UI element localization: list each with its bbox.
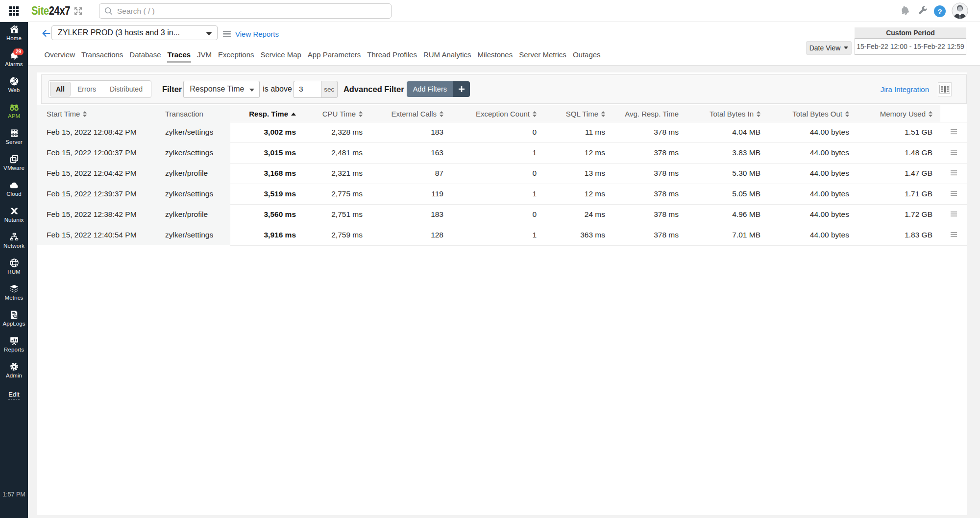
sidebar-item-home[interactable]: Home: [0, 22, 28, 48]
cell-cpu-time: 2,481 ms: [304, 142, 370, 163]
tab-exceptions[interactable]: Exceptions: [215, 47, 257, 63]
table-row[interactable]: Feb 15, 2022 12:00:37 PM zylker/settings…: [37, 142, 967, 163]
sidebar-item-alarms[interactable]: Alarms 29: [0, 48, 28, 74]
row-menu-icon[interactable]: [951, 150, 957, 155]
filter-metric-value: Response Time: [190, 85, 244, 94]
table-row[interactable]: Feb 15, 2022 12:38:42 PM zylker/profile …: [37, 204, 967, 225]
add-filters-button-label: Add Filters: [407, 81, 453, 97]
segment-all[interactable]: All: [50, 82, 71, 96]
cell-avg-resp-time: 378 ms: [613, 163, 686, 184]
notification-bell-icon[interactable]: [900, 5, 910, 16]
sidebar-item-nutanix[interactable]: Nutanix: [0, 204, 28, 230]
apps-grid-icon[interactable]: [9, 6, 19, 16]
sidebar-item-server[interactable]: Server: [0, 126, 28, 152]
reports-board-icon: [9, 335, 19, 346]
sidebar-item-applogs[interactable]: AppLogs: [0, 307, 28, 333]
table-row[interactable]: Feb 15, 2022 12:40:54 PM zylker/settings…: [37, 225, 967, 245]
cell-row-actions[interactable]: [940, 184, 967, 204]
column-selector-icon[interactable]: [938, 82, 952, 96]
date-view-button[interactable]: Date View: [806, 41, 852, 55]
sidebar-item-apm[interactable]: APM: [0, 100, 28, 126]
cell-row-actions[interactable]: [940, 142, 967, 163]
row-menu-icon[interactable]: [951, 212, 957, 217]
column-header-memory-used[interactable]: Memory Used: [857, 105, 940, 122]
tab-server-metrics[interactable]: Server Metrics: [516, 47, 570, 63]
cell-memory-used: 1.72 GB: [857, 204, 940, 225]
sort-icon: [440, 111, 443, 117]
cell-sql-time: 12 ms: [544, 142, 613, 163]
threshold-input[interactable]: [294, 81, 321, 98]
column-header-exception-count[interactable]: Exception Count: [451, 105, 544, 122]
row-menu-icon[interactable]: [951, 232, 957, 237]
sidebar-item-label: Alarms: [5, 61, 23, 67]
column-header-sql-time[interactable]: SQL Time: [544, 105, 613, 122]
back-arrow-icon[interactable]: [42, 29, 50, 38]
expand-icon[interactable]: [74, 7, 82, 15]
row-menu-icon[interactable]: [951, 129, 957, 135]
tab-database[interactable]: Database: [126, 47, 164, 63]
filter-metric-dropdown[interactable]: Response Time: [183, 81, 260, 98]
site24x7-logo[interactable]: Site24x7: [31, 4, 70, 18]
tab-app-parameters[interactable]: App Parameters: [304, 47, 364, 63]
sidebar-edit-button[interactable]: Edit: [0, 390, 28, 399]
date-range-input[interactable]: 15-Feb-22 12:00 - 15-Feb-22 12:59: [855, 38, 966, 55]
sidebar-item-network[interactable]: Network: [0, 230, 28, 256]
cloud-icon: [9, 180, 19, 190]
tab-jvm[interactable]: JVM: [194, 47, 215, 63]
column-header-resp-time[interactable]: Resp. Time: [230, 105, 304, 122]
jira-integration-link[interactable]: Jira Integration: [881, 85, 929, 94]
tab-traces[interactable]: Traces: [164, 47, 194, 63]
sidebar-item-admin[interactable]: Admin: [0, 359, 28, 385]
sidebar-item-vmware[interactable]: VMware: [0, 152, 28, 178]
wrench-icon[interactable]: [917, 5, 928, 16]
sidebar-item-metrics[interactable]: Metrics: [0, 282, 28, 307]
server-stack-icon: [9, 128, 19, 138]
cell-exception-count: 1: [451, 184, 544, 204]
add-filters-button[interactable]: Add Filters: [407, 81, 470, 97]
sidebar-item-reports[interactable]: Reports: [0, 333, 28, 359]
cell-resp-time: 3,519 ms: [230, 184, 304, 204]
tab-transactions[interactable]: Transactions: [78, 47, 126, 63]
cell-total-bytes-out: 44.00 bytes: [768, 225, 857, 245]
column-header-total-bytes-in[interactable]: Total Bytes In: [686, 105, 768, 122]
home-icon: [9, 24, 19, 34]
web-globe-icon: [9, 76, 19, 86]
cell-row-actions[interactable]: [940, 204, 967, 225]
tab-thread-profiles[interactable]: Thread Profiles: [364, 47, 420, 63]
global-search[interactable]: [99, 3, 392, 19]
cell-row-actions[interactable]: [940, 225, 967, 245]
tab-rum-analytics[interactable]: RUM Analytics: [420, 47, 474, 63]
cell-row-actions[interactable]: [940, 163, 967, 184]
table-row[interactable]: Feb 15, 2022 12:39:37 PM zylker/settings…: [37, 184, 967, 204]
nutanix-x-icon: [9, 206, 19, 216]
column-header-start-time[interactable]: Start Time: [37, 105, 164, 122]
help-icon[interactable]: ?: [934, 5, 946, 17]
gear-icon: [9, 361, 19, 372]
cell-total-bytes-in: 4.96 MB: [686, 204, 768, 225]
row-menu-icon[interactable]: [951, 170, 957, 176]
column-header-cpu-time[interactable]: CPU Time: [304, 105, 370, 122]
segment-errors[interactable]: Errors: [71, 82, 103, 96]
row-menu-icon[interactable]: [951, 191, 957, 196]
sidebar-item-label: AppLogs: [2, 321, 25, 327]
tab-service-map[interactable]: Service Map: [257, 47, 304, 63]
sidebar-item-cloud[interactable]: Cloud: [0, 178, 28, 204]
sidebar-item-rum[interactable]: RUM: [0, 256, 28, 282]
sidebar-clock: 1:57 PM: [0, 491, 28, 498]
cell-sql-time: 11 ms: [544, 122, 613, 142]
cell-start-time: Feb 15, 2022 12:38:42 PM: [37, 204, 164, 225]
tab-overview[interactable]: Overview: [41, 47, 78, 63]
sidebar-item-web[interactable]: Web: [0, 74, 28, 100]
segment-distributed[interactable]: Distributed: [103, 82, 149, 96]
monitor-dropdown[interactable]: ZYLKER PROD (3 hosts and 3 in...: [51, 25, 218, 40]
search-input[interactable]: [117, 7, 386, 16]
user-avatar[interactable]: [952, 2, 968, 19]
column-header-external-calls[interactable]: External Calls: [370, 105, 451, 122]
view-reports-link[interactable]: View Reports: [223, 30, 279, 38]
tab-milestones[interactable]: Milestones: [474, 47, 516, 63]
column-header-total-bytes-out[interactable]: Total Bytes Out: [768, 105, 857, 122]
cell-row-actions[interactable]: [940, 122, 967, 142]
tab-outages[interactable]: Outages: [569, 47, 604, 63]
table-row[interactable]: Feb 15, 2022 12:08:42 PM zylker/settings…: [37, 122, 967, 142]
table-row[interactable]: Feb 15, 2022 12:04:42 PM zylker/profile …: [37, 163, 967, 184]
